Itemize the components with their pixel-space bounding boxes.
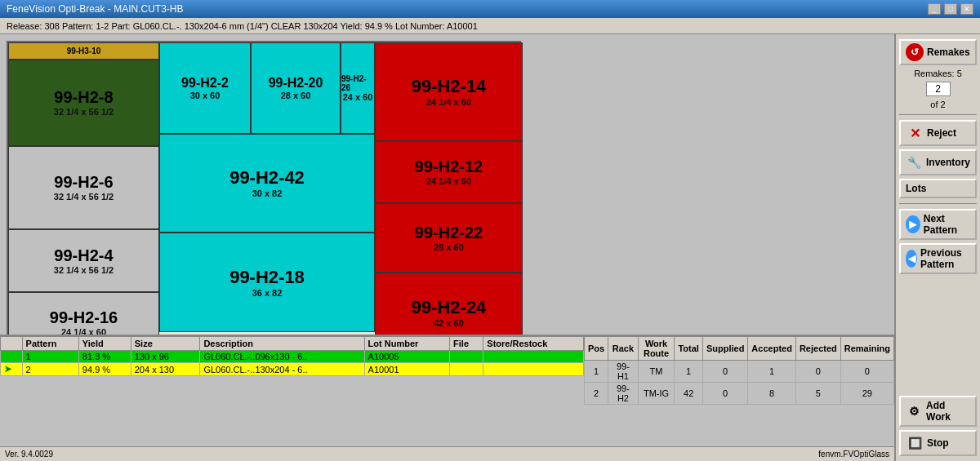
col-header-size: Size: [131, 337, 200, 351]
right-sidebar: ↺ Remakes Remakes: 5 2 of 2 ✕ Reject 🔧 I…: [894, 34, 980, 461]
col-header-yield: Yield: [78, 337, 131, 351]
wcell-accepted: 8: [748, 383, 796, 405]
piece-id-label: 99-H2-24: [412, 297, 487, 318]
remakes-button[interactable]: ↺ Remakes: [899, 39, 977, 65]
app-title: FeneVision Opti-Break - MAIN.CUT3-HB: [7, 3, 184, 15]
add-work-label: Add Work: [926, 400, 970, 423]
glass-piece-99h218: 99-H2-1836 x 82: [159, 233, 375, 333]
remakes-label: Remakes: [927, 47, 970, 58]
minimize-button[interactable]: _: [928, 3, 941, 15]
wcell-route: TM: [638, 361, 675, 383]
wcell-route: TM-IG: [638, 383, 675, 405]
work-table-row: 299-H2TM-IG4208529: [585, 383, 894, 405]
window-controls[interactable]: _ □ ✕: [928, 3, 973, 15]
work-table-container: Pos Rack Work Route Total Supplied Accep…: [584, 336, 894, 461]
piece-id-label: 99-H3-10: [67, 47, 101, 55]
piece-id-label: 99-H2-16: [50, 308, 118, 327]
stop-button[interactable]: 🔲 Stop: [899, 430, 977, 456]
inventory-button[interactable]: 🔧 Inventory: [899, 149, 977, 175]
wh-remaining: Remaining: [840, 337, 893, 361]
add-work-button[interactable]: ⚙ Add Work: [899, 396, 977, 427]
wh-total: Total: [675, 337, 702, 361]
piece-id-label: 99-H2-14: [412, 76, 487, 97]
wcell-total: 42: [675, 383, 702, 405]
piece-dim-label: 30 x 60: [190, 91, 220, 100]
cell-size: 130 x 96: [131, 351, 200, 363]
wcell-remaining: 0: [840, 361, 893, 383]
piece-dim-label: 32 1/4 x 56 1/2: [54, 107, 114, 117]
reject-button[interactable]: ✕ Reject: [899, 120, 977, 146]
wh-route: Work Route: [638, 337, 675, 361]
restore-button[interactable]: □: [944, 3, 957, 15]
table-header-row: Pattern Yield Size Description Lot Numbe…: [1, 337, 584, 351]
piece-dim-label: 42 x 60: [434, 318, 464, 328]
col-header-pattern: Pattern: [22, 337, 78, 351]
piece-dim-label: 32 1/4 x 56 1/2: [54, 265, 114, 275]
col-header-store: Store/Restock: [483, 337, 584, 351]
cell-storeRestock: [483, 363, 584, 376]
reject-icon: ✕: [906, 124, 924, 142]
cell-storeRestock: [483, 351, 584, 363]
table-row[interactable]: 181.3 %130 x 96GL060.CL.-..096x130 - 6..…: [1, 351, 584, 363]
piece-id-label: 99-H2-12: [415, 157, 483, 176]
status-bar: Ver. 9.4.0029 fenvm.FVOptiGlass: [0, 446, 894, 461]
lots-button[interactable]: Lots: [899, 179, 977, 198]
wh-pos: Pos: [585, 337, 608, 361]
piece-dim-label: 28 x 60: [434, 242, 464, 252]
cell-description: GL060.CL.-..130x204 - 6..: [200, 363, 364, 376]
pattern-table: Pattern Yield Size Description Lot Numbe…: [0, 336, 584, 376]
table-row[interactable]: ➤294.9 %204 x 130GL060.CL.-..130x204 - 6…: [1, 363, 584, 376]
piece-dim-label: 24 1/4 x 60: [426, 176, 471, 186]
title-bar: FeneVision Opti-Break - MAIN.CUT3-HB _ □…: [0, 0, 980, 18]
piece-id-label: 99-H2-42: [229, 167, 305, 188]
lots-label: Lots: [906, 183, 926, 194]
reject-label: Reject: [927, 127, 956, 139]
cell-pattern: 1: [22, 351, 78, 363]
divider-1: [899, 114, 977, 115]
cell-yield: 81.3 %: [78, 351, 131, 363]
wcell-pos: 1: [585, 361, 608, 383]
add-work-icon: ⚙: [906, 402, 923, 420]
piece-dim-label: 36 x 82: [252, 288, 283, 298]
glass-piece-99h212: 99-H2-1224 1/4 x 60: [375, 141, 523, 203]
cell-yield: 94.9 %: [78, 363, 131, 376]
wcell-supplied: 0: [702, 383, 747, 405]
page-indicator: 2: [899, 82, 977, 96]
work-table-body: 199-H1TM10100299-H2TM-IG4208529: [585, 361, 894, 405]
pattern-info: Release: 308 Pattern: 1-2 Part: GL060.CL…: [7, 21, 478, 31]
piece-id-label: 99-H2-8: [54, 88, 113, 107]
col-header-arrow: [1, 337, 23, 351]
glass-piece-99h222: 99-H2-2228 x 60: [375, 203, 523, 273]
glass-piece-99h216: 99-H2-1624 1/4 x 60: [8, 292, 159, 335]
wcell-total: 1: [675, 361, 702, 383]
page-number: 2: [926, 82, 951, 96]
close-button[interactable]: ✕: [960, 3, 973, 15]
col-header-description: Description: [200, 337, 364, 351]
divider-2: [899, 203, 977, 204]
wcell-supplied: 0: [702, 361, 747, 383]
cell-lotNumber: A10005: [364, 351, 449, 363]
next-pattern-icon: ▶: [906, 215, 920, 233]
glass-piece-99h28: 99-H2-832 1/4 x 56 1/2: [8, 60, 159, 146]
wcell-accepted: 1: [748, 361, 796, 383]
remakes-icon: ↺: [906, 43, 924, 61]
row-arrow: ➤: [1, 363, 23, 376]
cell-lotNumber: A10001: [364, 363, 449, 376]
spacer: [899, 277, 977, 392]
wh-supplied: Supplied: [702, 337, 747, 361]
piece-dim-label: 28 x 60: [281, 91, 311, 100]
left-panel: 99-H3-1099-H2-832 1/4 x 56 1/299-H2-632 …: [0, 34, 894, 461]
info-bar: Release: 308 Pattern: 1-2 Part: GL060.CL…: [0, 18, 980, 34]
wh-accepted: Accepted: [748, 337, 796, 361]
piece-id-label: 99-H2-6: [54, 173, 113, 192]
piece-dim-label: 24 1/4 x 60: [61, 327, 106, 335]
prev-pattern-button[interactable]: ◀ Previous Pattern: [899, 243, 977, 274]
stop-label: Stop: [927, 437, 949, 449]
wcell-rack: 99-H1: [608, 361, 638, 383]
prev-pattern-label: Previous Pattern: [920, 247, 970, 270]
next-pattern-button[interactable]: ▶ Next Pattern: [899, 209, 977, 240]
wcell-rack: 99-H2: [608, 383, 638, 405]
wcell-remaining: 29: [840, 383, 893, 405]
cell-size: 204 x 130: [131, 363, 200, 376]
canvas-area: 99-H3-1099-H2-832 1/4 x 56 1/299-H2-632 …: [0, 34, 894, 335]
